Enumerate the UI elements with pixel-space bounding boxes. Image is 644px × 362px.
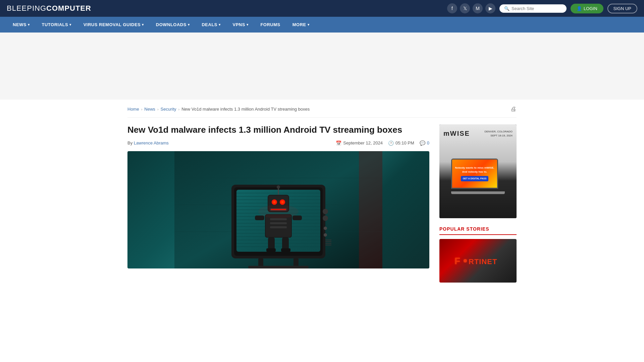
breadcrumb-current: New Vo1d malware infects 1.3 million And…	[181, 107, 310, 112]
nav-item-tutorials[interactable]: TUTORIALS ▾	[36, 17, 77, 33]
facebook-icon[interactable]: f	[447, 3, 457, 13]
article-main: New Vo1d malware infects 1.3 million And…	[127, 124, 429, 268]
breadcrumb-separator: ›	[157, 107, 159, 111]
breadcrumb-separator: ›	[141, 107, 143, 111]
breadcrumb-home[interactable]: Home	[127, 107, 139, 112]
breadcrumb-news[interactable]: News	[144, 107, 155, 112]
print-icon[interactable]: 🖨	[511, 106, 517, 113]
nav-item-virus-removal[interactable]: VIRUS REMOVAL GUIDES ▾	[77, 17, 150, 33]
popular-stories-section: POPULAR STORIES F RTINET	[439, 226, 517, 283]
ad-brand: mWISE	[443, 130, 470, 137]
twitter-icon[interactable]: 𝕏	[460, 3, 470, 13]
chevron-down-icon: ▾	[188, 23, 190, 26]
svg-rect-48	[266, 248, 276, 252]
nav-item-forums[interactable]: FORUMS	[254, 17, 286, 33]
mastodon-icon[interactable]: M	[473, 3, 483, 13]
svg-point-65	[464, 259, 467, 262]
svg-point-53	[277, 185, 280, 189]
fortinet-logo-svg: F RTINET	[451, 254, 505, 267]
meta-right: 📅 September 12, 2024 🕐 05:10 PM 💬 0	[336, 140, 429, 146]
chevron-down-icon: ▾	[142, 23, 144, 26]
main-nav: NEWS ▾ TUTORIALS ▾ VIRUS REMOVAL GUIDES …	[0, 17, 644, 33]
ad-laptop-container: Nobody wants to miss mWISE.And nobody ha…	[451, 159, 505, 194]
nav-item-more[interactable]: MORE ▾	[286, 17, 316, 33]
article-hero-svg	[127, 151, 429, 268]
article-title: New Vo1d malware infects 1.3 million And…	[127, 124, 429, 136]
article-date: 📅 September 12, 2024	[336, 140, 383, 146]
article-author[interactable]: Lawrence Abrams	[134, 140, 169, 145]
article-meta: By Lawrence Abrams 📅 September 12, 2024 …	[127, 140, 429, 146]
advertisement-banner	[0, 33, 644, 100]
login-button[interactable]: 👤 LOGIN	[571, 4, 603, 13]
search-input[interactable]	[512, 6, 562, 11]
site-logo[interactable]: BLEEPINGCOMPUTER	[7, 4, 91, 13]
search-bar: 🔍	[499, 4, 567, 13]
svg-rect-28	[248, 266, 309, 268]
ad-tagline: Nobody wants to miss mWISE.And nobody ha…	[455, 166, 494, 182]
svg-rect-45	[270, 226, 287, 228]
svg-rect-63	[359, 151, 382, 268]
chevron-down-icon: ▾	[308, 23, 310, 26]
clock-icon: 🕐	[388, 140, 394, 146]
breadcrumb-security[interactable]: Security	[161, 107, 176, 112]
svg-rect-49	[281, 248, 290, 252]
svg-point-37	[271, 199, 278, 205]
youtube-icon[interactable]: ▶	[485, 3, 495, 13]
search-icon: 🔍	[504, 6, 509, 11]
svg-point-38	[279, 199, 286, 205]
author-prefix: By	[127, 140, 134, 145]
ad-laptop-base	[451, 191, 505, 194]
svg-text:RTINET: RTINET	[469, 257, 497, 266]
breadcrumb-separator: ›	[178, 107, 180, 111]
svg-point-55	[323, 209, 328, 214]
nav-item-downloads[interactable]: DOWNLOADS ▾	[150, 17, 196, 33]
main-container: Home › News › Security › New Vo1d malwar…	[121, 100, 523, 283]
nav-item-vpns[interactable]: VPNS ▾	[227, 17, 255, 33]
breadcrumb: Home › News › Security › New Vo1d malwar…	[127, 100, 517, 118]
ad-location: DENVER, COLORADOSEPT 18-19, 2024	[484, 130, 513, 137]
ad-laptop: Nobody wants to miss mWISE.And nobody ha…	[451, 159, 498, 189]
nav-item-news[interactable]: NEWS ▾	[7, 17, 36, 33]
ad-cta: GET A DIGITAL PASS	[461, 176, 489, 182]
svg-rect-51	[292, 216, 302, 220]
svg-rect-50	[255, 216, 264, 220]
svg-rect-26	[258, 258, 263, 267]
header-right: f 𝕏 M ▶ 🔍 👤 LOGIN SIGN UP	[447, 3, 637, 13]
svg-point-58	[324, 233, 327, 237]
article-layout: New Vo1d malware infects 1.3 million And…	[127, 124, 517, 283]
svg-rect-43	[270, 218, 287, 220]
user-icon: 👤	[577, 6, 582, 11]
popular-story-image[interactable]: F RTINET	[439, 239, 517, 283]
svg-rect-46	[268, 238, 275, 249]
top-header: BLEEPINGCOMPUTER f 𝕏 M ▶ 🔍 👤 LOGIN SIGN …	[0, 0, 644, 17]
article-sidebar: mWISE DENVER, COLORADOSEPT 18-19, 2024 N…	[439, 124, 517, 283]
ad-banner-inner: mWISE DENVER, COLORADOSEPT 18-19, 2024 N…	[439, 124, 517, 218]
ad-banner[interactable]: mWISE DENVER, COLORADOSEPT 18-19, 2024 N…	[439, 124, 517, 218]
svg-text:F: F	[454, 256, 461, 266]
svg-point-56	[323, 216, 328, 221]
social-icons: f 𝕏 M ▶	[447, 3, 495, 13]
svg-rect-44	[270, 222, 287, 224]
svg-rect-27	[293, 258, 299, 267]
article-comments[interactable]: 💬 0	[420, 140, 429, 146]
calendar-icon: 📅	[336, 140, 341, 146]
ad-laptop-screen: Nobody wants to miss mWISE.And nobody ha…	[452, 160, 497, 188]
svg-point-57	[324, 227, 327, 230]
svg-point-54	[258, 205, 299, 218]
article-author-line: By Lawrence Abrams	[127, 140, 169, 145]
article-time: 🕐 05:10 PM	[388, 140, 414, 146]
chevron-down-icon: ▾	[219, 23, 221, 26]
comment-icon: 💬	[420, 140, 425, 146]
nav-item-deals[interactable]: DEALS ▾	[196, 17, 226, 33]
chevron-down-icon: ▾	[69, 23, 71, 26]
svg-rect-47	[282, 238, 289, 249]
popular-stories-title: POPULAR STORIES	[439, 226, 517, 235]
article-hero-image	[127, 151, 429, 268]
chevron-down-icon: ▾	[247, 23, 249, 26]
chevron-down-icon: ▾	[28, 23, 30, 26]
signup-button[interactable]: SIGN UP	[607, 4, 637, 13]
